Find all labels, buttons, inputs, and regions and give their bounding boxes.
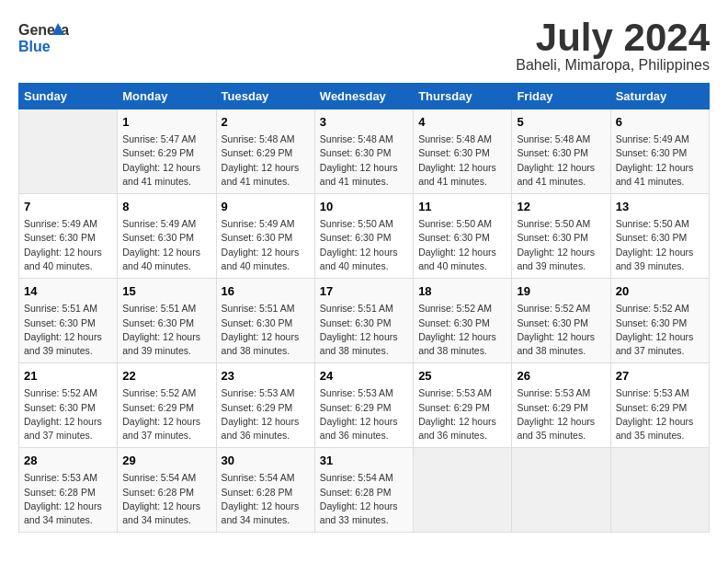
location-title: Baheli, Mimaropa, Philippines bbox=[516, 57, 710, 74]
day-info: Sunrise: 5:52 AMSunset: 6:30 PMDaylight:… bbox=[517, 302, 605, 358]
day-info: Sunrise: 5:53 AMSunset: 6:29 PMDaylight:… bbox=[616, 386, 704, 442]
day-info: Sunrise: 5:50 AMSunset: 6:30 PMDaylight:… bbox=[320, 217, 408, 273]
calendar-cell bbox=[414, 448, 512, 533]
day-info: Sunrise: 5:51 AMSunset: 6:30 PMDaylight:… bbox=[222, 302, 310, 358]
calendar-cell: 17Sunrise: 5:51 AMSunset: 6:30 PMDayligh… bbox=[314, 279, 413, 363]
week-row-2: 7Sunrise: 5:49 AMSunset: 6:30 PMDaylight… bbox=[19, 194, 710, 279]
day-info: Sunrise: 5:50 AMSunset: 6:30 PMDaylight:… bbox=[517, 217, 605, 273]
calendar-cell: 31Sunrise: 5:54 AMSunset: 6:28 PMDayligh… bbox=[314, 448, 413, 533]
day-number: 4 bbox=[418, 114, 506, 131]
week-row-3: 14Sunrise: 5:51 AMSunset: 6:30 PMDayligh… bbox=[19, 279, 710, 363]
day-info: Sunrise: 5:53 AMSunset: 6:29 PMDaylight:… bbox=[517, 386, 605, 442]
logo: General Blue bbox=[18, 18, 69, 63]
calendar-cell: 19Sunrise: 5:52 AMSunset: 6:30 PMDayligh… bbox=[512, 279, 610, 363]
day-number: 3 bbox=[320, 114, 408, 131]
day-info: Sunrise: 5:50 AMSunset: 6:30 PMDaylight:… bbox=[418, 217, 506, 273]
week-row-1: 1Sunrise: 5:47 AMSunset: 6:29 PMDaylight… bbox=[19, 109, 710, 194]
day-info: Sunrise: 5:54 AMSunset: 6:28 PMDaylight:… bbox=[222, 471, 310, 527]
day-number: 24 bbox=[320, 368, 408, 385]
calendar-cell: 9Sunrise: 5:49 AMSunset: 6:30 PMDaylight… bbox=[216, 194, 314, 279]
calendar-cell: 14Sunrise: 5:51 AMSunset: 6:30 PMDayligh… bbox=[19, 279, 118, 363]
day-number: 21 bbox=[24, 368, 112, 385]
day-info: Sunrise: 5:54 AMSunset: 6:28 PMDaylight:… bbox=[122, 471, 210, 527]
day-number: 8 bbox=[122, 199, 210, 215]
calendar-cell: 16Sunrise: 5:51 AMSunset: 6:30 PMDayligh… bbox=[216, 279, 314, 363]
calendar-cell: 26Sunrise: 5:53 AMSunset: 6:29 PMDayligh… bbox=[512, 363, 610, 448]
day-number: 11 bbox=[418, 199, 506, 215]
day-number: 12 bbox=[517, 199, 605, 215]
calendar-cell: 11Sunrise: 5:50 AMSunset: 6:30 PMDayligh… bbox=[414, 194, 512, 279]
calendar-cell bbox=[610, 448, 709, 533]
calendar-cell: 25Sunrise: 5:53 AMSunset: 6:29 PMDayligh… bbox=[414, 363, 512, 448]
calendar-cell: 27Sunrise: 5:53 AMSunset: 6:29 PMDayligh… bbox=[610, 363, 709, 448]
header-wednesday: Wednesday bbox=[314, 84, 413, 109]
day-info: Sunrise: 5:52 AMSunset: 6:29 PMDaylight:… bbox=[122, 386, 210, 442]
day-number: 15 bbox=[122, 283, 210, 300]
header-friday: Friday bbox=[512, 84, 610, 109]
day-number: 10 bbox=[320, 199, 408, 215]
calendar-cell: 20Sunrise: 5:52 AMSunset: 6:30 PMDayligh… bbox=[610, 279, 709, 363]
day-number: 19 bbox=[517, 283, 605, 300]
day-info: Sunrise: 5:49 AMSunset: 6:30 PMDaylight:… bbox=[122, 217, 210, 273]
day-info: Sunrise: 5:50 AMSunset: 6:30 PMDaylight:… bbox=[616, 217, 704, 273]
day-number: 2 bbox=[222, 114, 310, 131]
day-info: Sunrise: 5:49 AMSunset: 6:30 PMDaylight:… bbox=[24, 217, 112, 273]
day-number: 6 bbox=[616, 114, 704, 131]
day-info: Sunrise: 5:48 AMSunset: 6:30 PMDaylight:… bbox=[517, 132, 605, 189]
calendar-cell: 7Sunrise: 5:49 AMSunset: 6:30 PMDaylight… bbox=[19, 194, 118, 279]
day-info: Sunrise: 5:53 AMSunset: 6:29 PMDaylight:… bbox=[320, 386, 408, 442]
day-info: Sunrise: 5:53 AMSunset: 6:29 PMDaylight:… bbox=[418, 386, 506, 442]
header-sunday: Sunday bbox=[19, 84, 118, 109]
day-number: 18 bbox=[418, 283, 506, 300]
calendar-cell: 21Sunrise: 5:52 AMSunset: 6:30 PMDayligh… bbox=[19, 363, 118, 448]
day-info: Sunrise: 5:52 AMSunset: 6:30 PMDaylight:… bbox=[24, 386, 112, 442]
days-header-row: SundayMondayTuesdayWednesdayThursdayFrid… bbox=[19, 84, 710, 109]
calendar-cell: 12Sunrise: 5:50 AMSunset: 6:30 PMDayligh… bbox=[512, 194, 610, 279]
calendar-cell: 15Sunrise: 5:51 AMSunset: 6:30 PMDayligh… bbox=[118, 279, 216, 363]
svg-text:Blue: Blue bbox=[18, 39, 51, 54]
calendar-cell: 28Sunrise: 5:53 AMSunset: 6:28 PMDayligh… bbox=[19, 448, 118, 533]
day-info: Sunrise: 5:51 AMSunset: 6:30 PMDaylight:… bbox=[24, 302, 112, 358]
day-number: 23 bbox=[222, 368, 310, 385]
day-info: Sunrise: 5:49 AMSunset: 6:30 PMDaylight:… bbox=[616, 132, 704, 189]
day-number: 27 bbox=[616, 368, 704, 385]
month-title: July 2024 bbox=[516, 18, 710, 57]
calendar-cell: 6Sunrise: 5:49 AMSunset: 6:30 PMDaylight… bbox=[610, 109, 709, 194]
day-number: 28 bbox=[24, 453, 112, 469]
calendar-cell: 13Sunrise: 5:50 AMSunset: 6:30 PMDayligh… bbox=[610, 194, 709, 279]
day-info: Sunrise: 5:48 AMSunset: 6:29 PMDaylight:… bbox=[222, 132, 310, 189]
day-info: Sunrise: 5:51 AMSunset: 6:30 PMDaylight:… bbox=[122, 302, 210, 358]
title-area: July 2024 Baheli, Mimaropa, Philippines bbox=[516, 18, 710, 74]
day-info: Sunrise: 5:47 AMSunset: 6:29 PMDaylight:… bbox=[122, 132, 210, 189]
header-thursday: Thursday bbox=[414, 84, 512, 109]
day-info: Sunrise: 5:51 AMSunset: 6:30 PMDaylight:… bbox=[320, 302, 408, 358]
day-info: Sunrise: 5:54 AMSunset: 6:28 PMDaylight:… bbox=[320, 471, 408, 527]
calendar-cell: 10Sunrise: 5:50 AMSunset: 6:30 PMDayligh… bbox=[314, 194, 413, 279]
day-info: Sunrise: 5:48 AMSunset: 6:30 PMDaylight:… bbox=[320, 132, 408, 189]
day-info: Sunrise: 5:53 AMSunset: 6:29 PMDaylight:… bbox=[222, 386, 310, 442]
day-number: 20 bbox=[616, 283, 704, 300]
day-number: 14 bbox=[24, 283, 112, 300]
header-monday: Monday bbox=[118, 84, 216, 109]
day-info: Sunrise: 5:53 AMSunset: 6:28 PMDaylight:… bbox=[24, 471, 112, 527]
calendar-cell bbox=[19, 109, 118, 194]
day-info: Sunrise: 5:52 AMSunset: 6:30 PMDaylight:… bbox=[616, 302, 704, 358]
day-number: 29 bbox=[122, 453, 210, 469]
calendar-cell: 23Sunrise: 5:53 AMSunset: 6:29 PMDayligh… bbox=[216, 363, 314, 448]
day-number: 1 bbox=[122, 114, 210, 131]
day-number: 22 bbox=[122, 368, 210, 385]
day-number: 13 bbox=[616, 199, 704, 215]
day-info: Sunrise: 5:52 AMSunset: 6:30 PMDaylight:… bbox=[418, 302, 506, 358]
header-tuesday: Tuesday bbox=[216, 84, 314, 109]
week-row-4: 21Sunrise: 5:52 AMSunset: 6:30 PMDayligh… bbox=[19, 363, 710, 448]
logo-icon: General Blue bbox=[18, 18, 69, 60]
calendar-cell: 29Sunrise: 5:54 AMSunset: 6:28 PMDayligh… bbox=[118, 448, 216, 533]
calendar-cell: 3Sunrise: 5:48 AMSunset: 6:30 PMDaylight… bbox=[314, 109, 413, 194]
calendar-cell: 2Sunrise: 5:48 AMSunset: 6:29 PMDaylight… bbox=[216, 109, 314, 194]
calendar-cell: 4Sunrise: 5:48 AMSunset: 6:30 PMDaylight… bbox=[414, 109, 512, 194]
day-info: Sunrise: 5:48 AMSunset: 6:30 PMDaylight:… bbox=[418, 132, 506, 189]
day-number: 31 bbox=[320, 453, 408, 469]
calendar-cell: 24Sunrise: 5:53 AMSunset: 6:29 PMDayligh… bbox=[314, 363, 413, 448]
calendar-cell: 30Sunrise: 5:54 AMSunset: 6:28 PMDayligh… bbox=[216, 448, 314, 533]
day-number: 5 bbox=[517, 114, 605, 131]
